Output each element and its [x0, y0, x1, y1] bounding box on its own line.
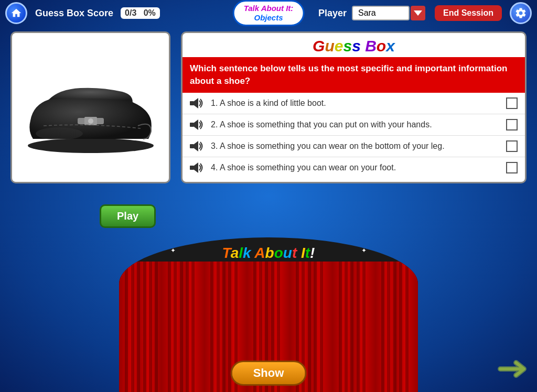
arrow-right-icon — [498, 358, 529, 379]
curtain-fold — [155, 262, 158, 392]
answer-checkbox-1[interactable] — [506, 97, 518, 109]
curtain-fold — [168, 262, 171, 392]
guess-box-title: Guess Box — [182, 33, 525, 57]
answer-row-1[interactable]: 1. A shoe is a kind of little boot. — [182, 93, 525, 114]
svg-rect-6 — [190, 123, 194, 127]
sound-button-3[interactable] — [190, 140, 206, 153]
shoe-image-panel — [10, 31, 170, 183]
svg-rect-8 — [190, 166, 194, 170]
talk-about-line1: Talk About It: — [244, 4, 294, 13]
curtain-fold — [339, 262, 342, 392]
curtain-fold — [308, 262, 311, 392]
curtain-fold — [222, 262, 225, 392]
curtain-fold — [387, 262, 390, 392]
player-name[interactable]: Sara — [352, 6, 410, 20]
curtain-fold — [210, 262, 213, 392]
shoe-image — [17, 58, 164, 157]
answer-row-4[interactable]: 4. A shoe is something you can wear on y… — [182, 157, 525, 178]
curtain-fold — [143, 262, 146, 392]
curtain-fold — [393, 262, 396, 392]
talk-about-objects-button[interactable]: Talk About It: Objects — [233, 0, 305, 26]
curtain-fold — [149, 262, 152, 392]
curtain-panel — [332, 262, 375, 392]
end-session-button[interactable]: End Session — [435, 5, 502, 21]
curtain-fold — [357, 262, 360, 392]
talk-about-line2: Objects — [244, 13, 294, 23]
curtain-fold — [191, 262, 195, 392]
answer-checkbox-2[interactable] — [506, 119, 518, 130]
curtain-panel — [162, 262, 204, 392]
curtain-fold — [186, 262, 189, 392]
answer-row-2[interactable]: 2. A shoe is something that you can put … — [182, 114, 525, 136]
answer-checkbox-3[interactable] — [506, 140, 518, 152]
player-input-wrap: Sara — [352, 6, 425, 20]
sound-button-4[interactable] — [190, 161, 206, 174]
chevron-down-icon — [414, 10, 422, 16]
question-text: Which sentence below tells us the most s… — [182, 57, 525, 93]
settings-button[interactable] — [510, 2, 532, 24]
sound-button-2[interactable] — [190, 118, 206, 131]
theater-title: Talk About It! — [222, 237, 315, 262]
home-icon — [10, 7, 22, 19]
answer-text-3: 3. A shoe is something you can wear on t… — [211, 141, 501, 151]
theater-section: ✦ ✦ ✦ ✦ Talk About It! — [119, 237, 418, 392]
player-dropdown-button[interactable] — [411, 6, 425, 20]
gear-icon — [514, 7, 527, 19]
curtain-panel — [375, 262, 418, 392]
home-button[interactable] — [5, 2, 27, 24]
curtain-fold — [399, 262, 402, 392]
header: Guess Box Score 0/3 0% Talk About It: Ob… — [0, 0, 537, 26]
curtain-panel — [119, 262, 162, 392]
answer-text-4: 4. A shoe is something you can wear on y… — [211, 163, 501, 172]
svg-point-1 — [36, 127, 83, 140]
curtain-fold — [320, 262, 323, 392]
svg-rect-5 — [190, 101, 194, 105]
score-label: Guess Box Score — [35, 8, 113, 19]
curtain-fold — [174, 262, 177, 392]
curtain-fold — [137, 262, 140, 392]
show-button[interactable]: Show — [231, 361, 307, 386]
curtain-fold — [125, 262, 128, 392]
svg-point-4 — [88, 118, 93, 124]
curtain-fold — [131, 262, 134, 392]
svg-point-0 — [28, 138, 154, 153]
curtain-fold — [350, 262, 353, 392]
curtain-fold — [314, 262, 317, 392]
speaker-icon-2 — [190, 118, 206, 131]
answer-text-1: 1. A shoe is a kind of little boot. — [211, 99, 501, 108]
next-arrow[interactable] — [498, 358, 529, 382]
speaker-icon-1 — [190, 97, 206, 110]
svg-rect-7 — [190, 144, 194, 148]
curtain-fold — [362, 262, 366, 392]
curtain-fold — [405, 262, 409, 392]
main-content: Guess Box Which sentence below tells us … — [0, 26, 537, 189]
score-value: 0/3 0% — [121, 7, 160, 19]
answer-checkbox-4[interactable] — [506, 162, 518, 173]
play-button[interactable]: Play — [100, 204, 156, 228]
sound-button-1[interactable] — [190, 97, 206, 110]
player-label: Player — [318, 8, 347, 19]
curtain-fold — [345, 262, 348, 392]
answer-text-2: 2. A shoe is something that you can put … — [211, 120, 501, 129]
speaker-icon-4 — [190, 161, 206, 174]
guess-box-panel: Guess Box Which sentence below tells us … — [181, 31, 527, 183]
answer-row-3[interactable]: 3. A shoe is something you can wear on t… — [182, 136, 525, 157]
curtain-fold — [217, 262, 220, 392]
curtain-fold — [180, 262, 183, 392]
curtain-fold — [381, 262, 384, 392]
speaker-icon-3 — [190, 140, 206, 153]
